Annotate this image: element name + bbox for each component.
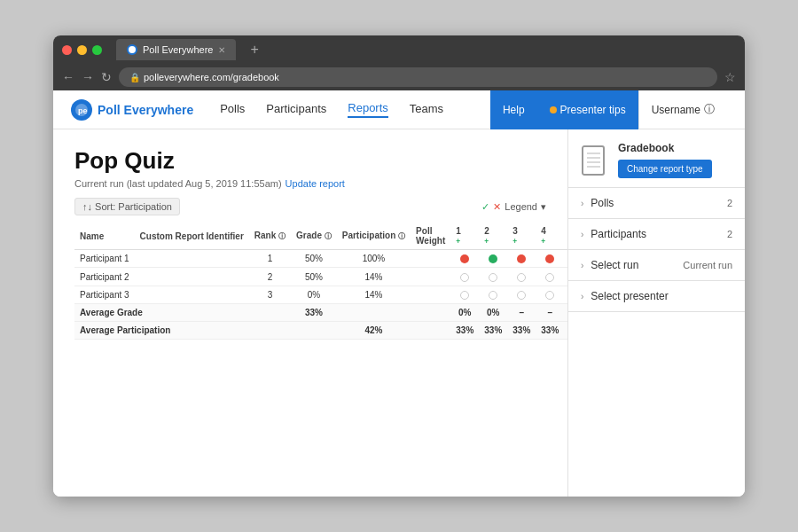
nav-teams[interactable]: Teams <box>410 102 443 117</box>
sort-filter-label: ↑↓ Sort: Participation <box>82 201 172 212</box>
sidebar-participants-left: › Participants <box>581 228 646 240</box>
cell-poll-weight <box>411 268 450 286</box>
select-run-label: Select run <box>591 259 638 271</box>
avg-part-c2: 33% <box>479 322 507 340</box>
dot-empty <box>517 273 526 282</box>
col-custom-id: Custom Report Identifier <box>135 223 249 250</box>
browser-addressbar: ← → ↻ 🔒 polleverywhere.com/gradebook ☆ <box>53 64 745 90</box>
dot-wrong <box>517 254 526 263</box>
address-bar[interactable]: 🔒 polleverywhere.com/gradebook <box>119 67 717 87</box>
traffic-light-green[interactable] <box>92 45 102 55</box>
sort-filter-tag[interactable]: ↑↓ Sort: Participation <box>74 198 180 215</box>
cell-c4 <box>536 250 564 268</box>
app-content: pe Poll Everywhere Polls Participants Re… <box>53 90 745 497</box>
avg-part-c1: 33% <box>450 322 479 340</box>
avg-grade-rank <box>249 304 291 322</box>
bookmark-icon[interactable]: ☆ <box>724 70 736 84</box>
cell-grade: 50% <box>291 250 337 268</box>
new-tab-button[interactable]: + <box>245 40 263 59</box>
check-legend-icon: ✓ <box>481 201 489 213</box>
table-header-row: Name Custom Report Identifier Rank ⓘ Gra… <box>74 223 567 250</box>
dot-empty <box>489 273 497 282</box>
last-updated: Current run (last updated Aug 5, 2019 11… <box>74 178 546 189</box>
forward-button[interactable]: → <box>82 70 94 84</box>
browser-tab[interactable]: Poll Everywhere ✕ <box>116 39 236 60</box>
legend-button[interactable]: ✓ ✕ Legend ▾ <box>481 201 546 213</box>
x-legend-icon: ✕ <box>493 201 501 213</box>
avg-participation-row: Average Participation 42% 33% 33% 33% 33… <box>74 322 567 340</box>
sidebar-select-run-section: › Select run Current run <box>568 250 745 281</box>
username-label: Username <box>652 104 700 116</box>
filter-bar: ↑↓ Sort: Participation ✓ ✕ Legend ▾ <box>74 198 546 215</box>
help-button[interactable]: Help <box>490 90 537 129</box>
cell-c4 <box>536 286 564 303</box>
select-presenter-chevron-icon: › <box>581 292 583 301</box>
polls-badge: 2 <box>727 198 732 208</box>
nav-participants[interactable]: Participants <box>266 102 326 117</box>
cell-c3 <box>507 250 536 268</box>
sidebar-header: Gradebook Change report type <box>568 129 745 188</box>
sidebar-select-presenter-left: › Select presenter <box>581 290 669 302</box>
traffic-light-yellow[interactable] <box>77 45 87 55</box>
table-row: Participant 2 2 50% 14% <box>74 268 567 286</box>
cell-grade: 50% <box>291 268 337 286</box>
avg-part-weight <box>411 322 450 340</box>
browser-titlebar: Poll Everywhere ✕ + <box>53 35 745 64</box>
update-report-link[interactable]: Update report <box>286 178 345 189</box>
avg-part-label: Average Participation <box>74 322 249 340</box>
tab-close-icon[interactable]: ✕ <box>218 45 225 55</box>
participants-badge: 2 <box>727 229 732 239</box>
dot-wrong <box>460 254 469 263</box>
svg-point-0 <box>129 46 136 53</box>
username-area[interactable]: Username ⓘ <box>638 90 727 129</box>
table-row: Participant 1 1 50% 100% <box>74 250 567 268</box>
cell-rank: 2 <box>249 268 291 286</box>
cell-name: Participant 2 <box>74 268 135 286</box>
presenter-tips-button[interactable]: Presenter tips <box>537 90 638 129</box>
col-1: 1+ <box>450 223 479 250</box>
cell-c3 <box>507 268 536 286</box>
top-nav: pe Poll Everywhere Polls Participants Re… <box>53 90 745 129</box>
sidebar-participants-row[interactable]: › Participants 2 <box>568 219 745 249</box>
participants-chevron-icon: › <box>581 230 583 239</box>
main-area: Pop Quiz Current run (last updated Aug 5… <box>53 129 745 497</box>
traffic-light-red[interactable] <box>62 45 72 55</box>
address-text: polleverywhere.com/gradebook <box>144 72 279 82</box>
back-button[interactable]: ← <box>62 70 74 84</box>
col-poll-weight: PollWeight <box>411 223 450 250</box>
reload-button[interactable]: ↻ <box>101 70 112 84</box>
dot-empty <box>545 291 554 300</box>
avg-grade-label: Average Grade <box>74 304 249 322</box>
cell-participation: 14% <box>337 268 411 286</box>
cell-poll-weight <box>411 286 450 303</box>
cell-c1 <box>450 268 479 286</box>
nav-reports[interactable]: Reports <box>348 101 388 118</box>
tab-title: Poll Everywhere <box>143 44 213 55</box>
dot-empty <box>460 291 469 300</box>
col-4: 4+ <box>536 223 564 250</box>
user-icon: ⓘ <box>704 102 715 117</box>
sidebar-select-presenter-row[interactable]: › Select presenter <box>568 281 745 311</box>
nav-links: Polls Participants Reports Teams <box>220 101 490 118</box>
sidebar-select-run-row[interactable]: › Select run Current run <box>568 250 745 280</box>
avg-part-c3: 33% <box>507 322 536 340</box>
col-3: 3+ <box>507 223 536 250</box>
cell-grade: 0% <box>291 286 337 303</box>
dot-empty <box>545 273 554 282</box>
nav-polls[interactable]: Polls <box>220 102 245 117</box>
select-presenter-label: Select presenter <box>591 290 668 302</box>
col-rank: Rank ⓘ <box>249 223 291 250</box>
change-type-button[interactable]: Change report type <box>618 160 712 178</box>
polls-chevron-icon: › <box>581 199 583 208</box>
right-sidebar: Gradebook Change report type › Polls 2 <box>567 129 745 497</box>
cell-participation: 100% <box>337 250 411 268</box>
logo-text[interactable]: Poll Everywhere <box>98 103 193 117</box>
sidebar-polls-row[interactable]: › Polls 2 <box>568 188 745 218</box>
gradebook-icon <box>581 145 609 176</box>
dot-empty <box>460 273 469 282</box>
cell-participation: 14% <box>337 286 411 303</box>
avg-grade-row: Average Grade 33% 0% 0% – – 33% – 0% <box>74 304 567 322</box>
avg-grade-weight <box>411 304 450 322</box>
tab-favicon <box>127 44 137 55</box>
avg-grade-c2: 0% <box>479 304 507 322</box>
